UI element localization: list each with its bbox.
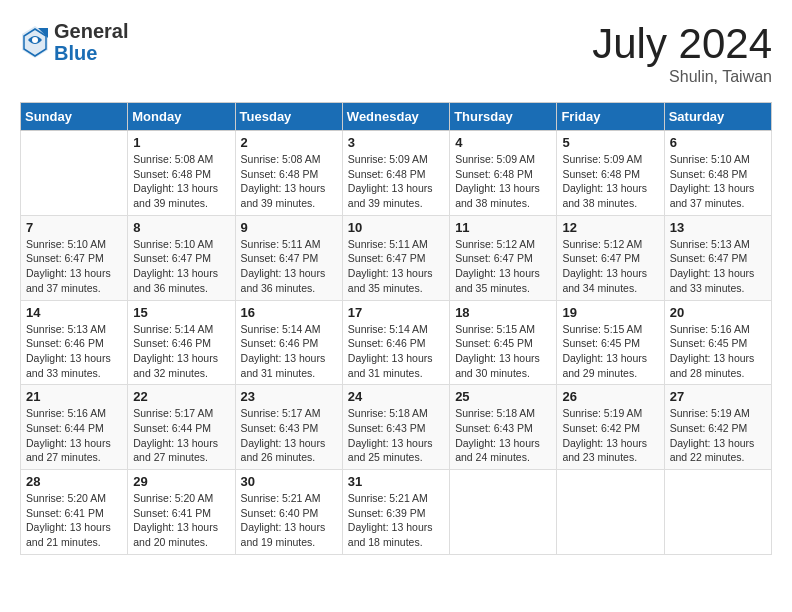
cell-info: Sunrise: 5:09 AMSunset: 6:48 PMDaylight:… xyxy=(348,152,444,211)
cell-info: Sunrise: 5:09 AMSunset: 6:48 PMDaylight:… xyxy=(455,152,551,211)
cell-info: Sunrise: 5:13 AMSunset: 6:47 PMDaylight:… xyxy=(670,237,766,296)
calendar-cell: 18Sunrise: 5:15 AMSunset: 6:45 PMDayligh… xyxy=(450,300,557,385)
cell-info: Sunrise: 5:19 AMSunset: 6:42 PMDaylight:… xyxy=(670,406,766,465)
day-number: 10 xyxy=(348,220,444,235)
day-number: 13 xyxy=(670,220,766,235)
day-number: 3 xyxy=(348,135,444,150)
day-number: 30 xyxy=(241,474,337,489)
calendar-cell: 27Sunrise: 5:19 AMSunset: 6:42 PMDayligh… xyxy=(664,385,771,470)
day-number: 8 xyxy=(133,220,229,235)
cell-info: Sunrise: 5:10 AMSunset: 6:48 PMDaylight:… xyxy=(670,152,766,211)
cell-info: Sunrise: 5:14 AMSunset: 6:46 PMDaylight:… xyxy=(348,322,444,381)
svg-point-2 xyxy=(32,37,38,43)
day-number: 11 xyxy=(455,220,551,235)
calendar-cell: 11Sunrise: 5:12 AMSunset: 6:47 PMDayligh… xyxy=(450,215,557,300)
cell-info: Sunrise: 5:14 AMSunset: 6:46 PMDaylight:… xyxy=(133,322,229,381)
calendar-header-row: SundayMondayTuesdayWednesdayThursdayFrid… xyxy=(21,103,772,131)
calendar-cell: 17Sunrise: 5:14 AMSunset: 6:46 PMDayligh… xyxy=(342,300,449,385)
day-number: 9 xyxy=(241,220,337,235)
day-header-wednesday: Wednesday xyxy=(342,103,449,131)
calendar-cell: 31Sunrise: 5:21 AMSunset: 6:39 PMDayligh… xyxy=(342,470,449,555)
cell-info: Sunrise: 5:13 AMSunset: 6:46 PMDaylight:… xyxy=(26,322,122,381)
cell-info: Sunrise: 5:20 AMSunset: 6:41 PMDaylight:… xyxy=(133,491,229,550)
calendar-cell: 29Sunrise: 5:20 AMSunset: 6:41 PMDayligh… xyxy=(128,470,235,555)
calendar-cell xyxy=(21,131,128,216)
calendar-cell: 23Sunrise: 5:17 AMSunset: 6:43 PMDayligh… xyxy=(235,385,342,470)
day-number: 21 xyxy=(26,389,122,404)
calendar-cell: 7Sunrise: 5:10 AMSunset: 6:47 PMDaylight… xyxy=(21,215,128,300)
day-number: 23 xyxy=(241,389,337,404)
day-number: 5 xyxy=(562,135,658,150)
day-header-thursday: Thursday xyxy=(450,103,557,131)
calendar-cell: 1Sunrise: 5:08 AMSunset: 6:48 PMDaylight… xyxy=(128,131,235,216)
day-number: 19 xyxy=(562,305,658,320)
calendar-cell: 2Sunrise: 5:08 AMSunset: 6:48 PMDaylight… xyxy=(235,131,342,216)
cell-info: Sunrise: 5:12 AMSunset: 6:47 PMDaylight:… xyxy=(455,237,551,296)
day-number: 6 xyxy=(670,135,766,150)
calendar-cell: 24Sunrise: 5:18 AMSunset: 6:43 PMDayligh… xyxy=(342,385,449,470)
cell-info: Sunrise: 5:09 AMSunset: 6:48 PMDaylight:… xyxy=(562,152,658,211)
day-number: 1 xyxy=(133,135,229,150)
day-number: 4 xyxy=(455,135,551,150)
calendar-week-5: 28Sunrise: 5:20 AMSunset: 6:41 PMDayligh… xyxy=(21,470,772,555)
calendar-cell: 21Sunrise: 5:16 AMSunset: 6:44 PMDayligh… xyxy=(21,385,128,470)
calendar-cell: 9Sunrise: 5:11 AMSunset: 6:47 PMDaylight… xyxy=(235,215,342,300)
cell-info: Sunrise: 5:16 AMSunset: 6:45 PMDaylight:… xyxy=(670,322,766,381)
cell-info: Sunrise: 5:16 AMSunset: 6:44 PMDaylight:… xyxy=(26,406,122,465)
cell-info: Sunrise: 5:15 AMSunset: 6:45 PMDaylight:… xyxy=(562,322,658,381)
day-number: 31 xyxy=(348,474,444,489)
cell-info: Sunrise: 5:18 AMSunset: 6:43 PMDaylight:… xyxy=(455,406,551,465)
day-number: 7 xyxy=(26,220,122,235)
cell-info: Sunrise: 5:11 AMSunset: 6:47 PMDaylight:… xyxy=(348,237,444,296)
day-header-monday: Monday xyxy=(128,103,235,131)
cell-info: Sunrise: 5:21 AMSunset: 6:39 PMDaylight:… xyxy=(348,491,444,550)
day-number: 14 xyxy=(26,305,122,320)
calendar-cell: 19Sunrise: 5:15 AMSunset: 6:45 PMDayligh… xyxy=(557,300,664,385)
calendar-cell: 6Sunrise: 5:10 AMSunset: 6:48 PMDaylight… xyxy=(664,131,771,216)
logo-blue: Blue xyxy=(54,42,97,64)
day-number: 27 xyxy=(670,389,766,404)
calendar-cell xyxy=(450,470,557,555)
logo-general: General xyxy=(54,20,128,42)
cell-info: Sunrise: 5:17 AMSunset: 6:43 PMDaylight:… xyxy=(241,406,337,465)
calendar-cell: 8Sunrise: 5:10 AMSunset: 6:47 PMDaylight… xyxy=(128,215,235,300)
cell-info: Sunrise: 5:15 AMSunset: 6:45 PMDaylight:… xyxy=(455,322,551,381)
cell-info: Sunrise: 5:20 AMSunset: 6:41 PMDaylight:… xyxy=(26,491,122,550)
day-number: 22 xyxy=(133,389,229,404)
calendar-cell: 25Sunrise: 5:18 AMSunset: 6:43 PMDayligh… xyxy=(450,385,557,470)
cell-info: Sunrise: 5:08 AMSunset: 6:48 PMDaylight:… xyxy=(133,152,229,211)
calendar-cell: 14Sunrise: 5:13 AMSunset: 6:46 PMDayligh… xyxy=(21,300,128,385)
month-year: July 2024 xyxy=(592,20,772,68)
day-header-saturday: Saturday xyxy=(664,103,771,131)
day-number: 12 xyxy=(562,220,658,235)
day-number: 15 xyxy=(133,305,229,320)
day-header-sunday: Sunday xyxy=(21,103,128,131)
day-number: 18 xyxy=(455,305,551,320)
calendar-cell: 20Sunrise: 5:16 AMSunset: 6:45 PMDayligh… xyxy=(664,300,771,385)
day-header-friday: Friday xyxy=(557,103,664,131)
cell-info: Sunrise: 5:19 AMSunset: 6:42 PMDaylight:… xyxy=(562,406,658,465)
calendar-week-1: 1Sunrise: 5:08 AMSunset: 6:48 PMDaylight… xyxy=(21,131,772,216)
logo-text: General Blue xyxy=(54,20,128,64)
calendar-cell: 3Sunrise: 5:09 AMSunset: 6:48 PMDaylight… xyxy=(342,131,449,216)
calendar-cell xyxy=(664,470,771,555)
cell-info: Sunrise: 5:10 AMSunset: 6:47 PMDaylight:… xyxy=(26,237,122,296)
calendar-cell: 22Sunrise: 5:17 AMSunset: 6:44 PMDayligh… xyxy=(128,385,235,470)
day-number: 20 xyxy=(670,305,766,320)
calendar-cell: 26Sunrise: 5:19 AMSunset: 6:42 PMDayligh… xyxy=(557,385,664,470)
day-number: 17 xyxy=(348,305,444,320)
calendar-cell: 4Sunrise: 5:09 AMSunset: 6:48 PMDaylight… xyxy=(450,131,557,216)
day-number: 26 xyxy=(562,389,658,404)
calendar-cell: 30Sunrise: 5:21 AMSunset: 6:40 PMDayligh… xyxy=(235,470,342,555)
cell-info: Sunrise: 5:11 AMSunset: 6:47 PMDaylight:… xyxy=(241,237,337,296)
cell-info: Sunrise: 5:10 AMSunset: 6:47 PMDaylight:… xyxy=(133,237,229,296)
title-block: July 2024 Shulin, Taiwan xyxy=(592,20,772,86)
logo: General Blue xyxy=(20,20,128,64)
day-number: 16 xyxy=(241,305,337,320)
calendar-cell: 12Sunrise: 5:12 AMSunset: 6:47 PMDayligh… xyxy=(557,215,664,300)
cell-info: Sunrise: 5:08 AMSunset: 6:48 PMDaylight:… xyxy=(241,152,337,211)
cell-info: Sunrise: 5:21 AMSunset: 6:40 PMDaylight:… xyxy=(241,491,337,550)
cell-info: Sunrise: 5:14 AMSunset: 6:46 PMDaylight:… xyxy=(241,322,337,381)
calendar-week-2: 7Sunrise: 5:10 AMSunset: 6:47 PMDaylight… xyxy=(21,215,772,300)
cell-info: Sunrise: 5:17 AMSunset: 6:44 PMDaylight:… xyxy=(133,406,229,465)
